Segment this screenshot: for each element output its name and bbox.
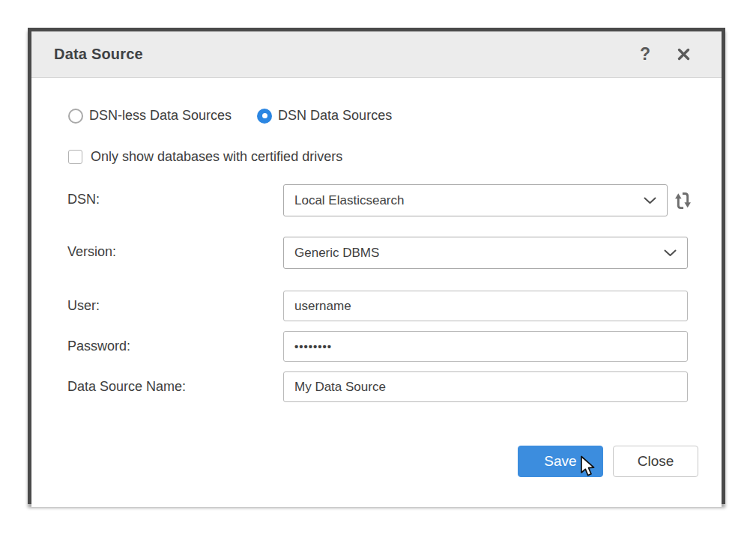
- certified-drivers-checkbox-row[interactable]: Only show databases with certified drive…: [68, 149, 342, 165]
- data-source-dialog: Data Source ? DSN-less Data Sources: [28, 28, 725, 504]
- dialog-title: Data Source: [54, 46, 143, 63]
- data-source-name-label: Data Source Name:: [67, 379, 186, 395]
- dsn-select[interactable]: Local Elasticsearch: [283, 184, 668, 216]
- password-label: Password:: [67, 339, 130, 354]
- save-button[interactable]: Save: [518, 446, 603, 477]
- version-label: Version:: [67, 244, 116, 260]
- certified-drivers-label: Only show databases with certified drive…: [91, 149, 342, 165]
- close-icon[interactable]: [676, 46, 692, 62]
- refresh-icon: [673, 190, 693, 210]
- password-input[interactable]: [283, 331, 688, 362]
- close-button[interactable]: Close: [613, 446, 698, 477]
- user-label: User:: [67, 298, 100, 314]
- radio-circle-selected[interactable]: [257, 109, 272, 124]
- dialog-titlebar[interactable]: Data Source ?: [31, 31, 722, 78]
- radio-dsn-data-sources[interactable]: DSN Data Sources: [257, 108, 392, 124]
- radio-dsnless-data-sources[interactable]: DSN-less Data Sources: [68, 108, 232, 124]
- help-icon[interactable]: ?: [637, 44, 653, 64]
- page-background: Data Source ? DSN-less Data Sources: [0, 0, 756, 534]
- version-select-value: Generic DBMS: [294, 246, 658, 261]
- data-source-type-radios: DSN-less Data Sources DSN Data Sources: [68, 108, 392, 124]
- radio-dsn-label: DSN Data Sources: [278, 108, 392, 124]
- dsn-label: DSN:: [67, 192, 100, 207]
- user-input[interactable]: [283, 291, 688, 321]
- certified-drivers-checkbox[interactable]: [68, 150, 82, 164]
- dsn-select-value: Local Elasticsearch: [294, 193, 638, 208]
- data-source-name-input[interactable]: [283, 371, 688, 402]
- radio-dsnless-label: DSN-less Data Sources: [89, 108, 232, 124]
- dialog-body: DSN-less Data Sources DSN Data Sources O…: [31, 78, 722, 507]
- chevron-down-icon: [644, 194, 656, 207]
- version-select[interactable]: Generic DBMS: [283, 237, 688, 269]
- radio-circle-unselected[interactable]: [68, 109, 83, 124]
- titlebar-icons: ?: [637, 44, 692, 64]
- chevron-down-icon: [664, 246, 677, 260]
- refresh-dsn-list-button[interactable]: [671, 189, 694, 211]
